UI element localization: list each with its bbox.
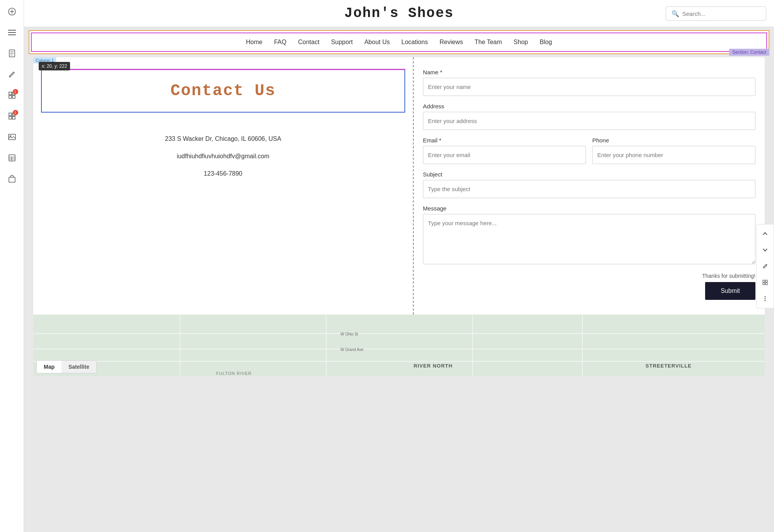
svg-rect-14 [12,96,15,98]
phone-input[interactable] [592,146,755,164]
sidebar: 1 1 [0,0,24,532]
phone-label: Phone [592,137,755,144]
nav-faq[interactable]: FAQ [274,39,286,46]
scroll-up-button[interactable] [759,228,771,240]
nav-contact[interactable]: Contact [298,39,319,46]
search-input[interactable] [682,10,760,17]
section-wrapper: Column 1 x: 20, y: 222 Contact Us 233 S … [33,57,765,376]
contact-title-wrapper: Contact Us [41,69,405,113]
badge-count2: 1 [13,110,18,115]
svg-rect-18 [12,116,15,119]
contact-left: x: 20, y: 222 Contact Us 233 S Wacker Dr… [33,57,414,315]
svg-rect-28 [763,283,765,285]
nav-locations[interactable]: Locations [401,39,428,46]
map-tab-map[interactable]: Map [37,361,62,373]
thanks-text: Thanks for submitting! [423,273,755,279]
map-tabs: Map Satellite [36,360,97,373]
message-field-group: Message [423,205,755,266]
nav-reviews[interactable]: Reviews [440,39,463,46]
email-phone-row: Email * Phone [423,137,755,171]
bag-icon[interactable] [5,172,19,186]
svg-rect-26 [763,280,765,282]
svg-point-30 [765,296,766,297]
search-icon: 🔍 [671,10,679,17]
phone-field-group: Phone [592,137,755,164]
svg-point-32 [765,300,766,301]
contact-info: 233 S Wacker Dr, Chicago, IL 60606, USA … [41,120,405,192]
svg-rect-15 [9,113,12,116]
map-label-river-north: RIVER NORTH [414,363,453,369]
nav-about[interactable]: About Us [364,39,390,46]
contact-section: x: 20, y: 222 Contact Us 233 S Wacker Dr… [33,57,765,315]
hamburger-icon[interactable] [5,26,19,39]
contact-address: 233 S Wacker Dr, Chicago, IL 60606, USA [41,132,405,145]
address-input[interactable] [423,112,755,130]
map-street-grand: W Grand Ave [341,347,363,352]
svg-rect-21 [9,155,15,161]
svg-rect-13 [9,96,12,98]
name-input[interactable] [423,78,755,96]
scroll-down-button[interactable] [759,244,771,256]
grid-view-button[interactable] [759,276,771,289]
email-field-group: Email * [423,137,586,164]
nav-team[interactable]: The Team [474,39,502,46]
contact-phone: 123-456-7890 [41,167,405,180]
subject-field-group: Subject [423,171,755,198]
section-outer: Section: Contact Column 1 x: 20, y: 222 … [29,57,769,376]
nav-bar-wrapper: Home FAQ Contact Support About Us Locati… [29,30,769,54]
contact-form: Name * Address Email * [414,57,765,315]
map-street-ohio: W Ohio St [341,332,358,336]
svg-rect-19 [9,134,15,140]
contact-email: iudfhiuhdfiuvhuiohdfv@gmail.com [41,149,405,163]
message-label: Message [423,205,755,212]
grid2-icon[interactable]: 1 [5,109,19,123]
map-area: WEST TOWN RIVER NORTH STREETERVILLE FULT… [33,315,765,376]
nav-bar: Home FAQ Contact Support About Us Locati… [32,33,766,51]
section-label: Section: Contact [729,49,769,56]
search-bar[interactable]: 🔍 [666,6,766,21]
add-icon[interactable] [5,5,19,19]
subject-input[interactable] [423,180,755,198]
address-field-group: Address [423,103,755,130]
image-icon[interactable] [5,130,19,144]
map-label-fulton: FULTON RIVER [216,371,252,376]
message-textarea[interactable] [423,214,755,264]
coordinate-badge: x: 20, y: 222 [39,62,70,70]
pen-icon[interactable] [5,67,19,81]
submit-button[interactable]: Submit [705,282,755,300]
table-icon[interactable] [5,151,19,165]
site-title: John's Shoes [344,5,454,21]
contact-title: Contact Us [46,74,401,108]
main-content: John's Shoes 🔍 Home FAQ Contact Support … [24,0,774,532]
subject-label: Subject [423,171,755,178]
edit-button[interactable] [759,260,771,272]
top-bar: John's Shoes 🔍 [24,0,774,27]
name-label: Name * [423,69,755,75]
svg-rect-29 [765,283,767,285]
svg-rect-17 [9,116,12,119]
svg-rect-11 [9,92,12,95]
grid-icon[interactable]: 1 [5,88,19,102]
email-label: Email * [423,137,586,144]
svg-rect-27 [765,280,767,282]
document-icon[interactable] [5,46,19,60]
more-options-button[interactable] [759,293,771,305]
map-tab-satellite[interactable]: Satellite [62,361,96,373]
badge-count: 1 [13,89,18,94]
nav-shop[interactable]: Shop [514,39,528,46]
address-label: Address [423,103,755,109]
email-input[interactable] [423,146,586,164]
svg-point-31 [765,298,766,299]
svg-rect-25 [9,177,15,182]
map-label-streeterville: STREETERVILLE [646,363,692,369]
nav-home[interactable]: Home [246,39,263,46]
name-field-group: Name * [423,69,755,96]
submit-area: Thanks for submitting! Submit [423,273,755,303]
nav-support[interactable]: Support [331,39,353,46]
nav-bar-inner: Home FAQ Contact Support About Us Locati… [31,33,767,52]
nav-blog[interactable]: Blog [539,39,552,46]
right-controls [756,224,774,308]
